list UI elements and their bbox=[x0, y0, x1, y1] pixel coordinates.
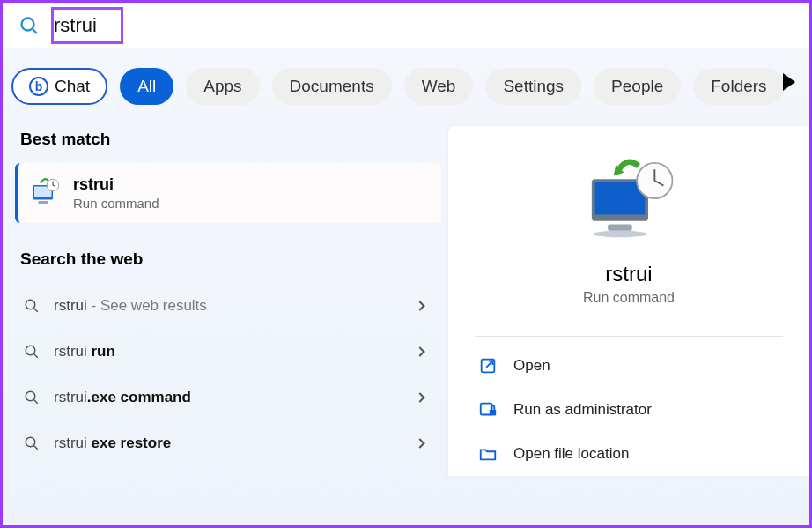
web-result-label: rstrui exe restore bbox=[54, 435, 171, 452]
open-icon bbox=[478, 356, 498, 376]
filter-web[interactable]: Web bbox=[404, 68, 474, 105]
action-label: Open bbox=[513, 357, 550, 375]
action-label: Run as administrator bbox=[513, 401, 652, 419]
search-input[interactable] bbox=[54, 14, 406, 37]
chevron-right-icon bbox=[415, 392, 424, 402]
web-result-label: rstrui - See web results bbox=[54, 297, 207, 315]
web-result-2[interactable]: rstrui.exe command bbox=[15, 375, 441, 420]
web-result-label: rstrui.exe command bbox=[54, 389, 191, 406]
filter-folders[interactable]: Folders bbox=[693, 68, 784, 105]
svg-line-14 bbox=[33, 445, 38, 450]
left-column: Best match rstrui Run command Search the… bbox=[3, 126, 441, 476]
svg-point-7 bbox=[26, 300, 35, 309]
best-match-text: rstrui Run command bbox=[73, 175, 159, 211]
divider bbox=[475, 336, 783, 337]
search-icon bbox=[24, 298, 40, 314]
svg-line-12 bbox=[33, 399, 38, 404]
action-open[interactable]: Open bbox=[475, 344, 783, 388]
web-result-label: rstrui run bbox=[54, 343, 115, 361]
chevron-right-icon bbox=[415, 438, 424, 448]
filter-row: Chat All Apps Documents Web Settings Peo… bbox=[3, 48, 809, 115]
svg-line-10 bbox=[33, 353, 38, 358]
svg-point-0 bbox=[22, 18, 34, 30]
web-result-3[interactable]: rstrui exe restore bbox=[15, 420, 441, 466]
search-icon bbox=[24, 390, 40, 405]
web-result-0[interactable]: rstrui - See web results bbox=[15, 283, 441, 329]
best-match-heading: Best match bbox=[20, 130, 441, 149]
chevron-right-icon bbox=[415, 301, 424, 310]
best-match-title: rstrui bbox=[73, 175, 159, 194]
svg-line-8 bbox=[33, 308, 38, 312]
admin-shield-icon bbox=[478, 400, 498, 420]
detail-subtitle: Run command bbox=[475, 290, 783, 306]
filter-documents[interactable]: Documents bbox=[272, 68, 392, 105]
best-match-result[interactable]: rstrui Run command bbox=[15, 163, 441, 223]
svg-point-11 bbox=[26, 391, 35, 401]
search-web-heading: Search the web bbox=[20, 249, 441, 269]
bing-icon bbox=[29, 77, 48, 96]
svg-point-18 bbox=[593, 231, 647, 237]
system-restore-icon-large bbox=[580, 156, 677, 244]
action-open-location[interactable]: Open file location bbox=[475, 432, 783, 476]
chevron-right-icon bbox=[415, 346, 424, 356]
scroll-right-icon[interactable] bbox=[783, 73, 795, 91]
folder-icon bbox=[478, 444, 498, 464]
filter-all[interactable]: All bbox=[120, 68, 173, 105]
svg-rect-4 bbox=[39, 201, 48, 204]
best-match-subtitle: Run command bbox=[73, 196, 159, 211]
search-bar bbox=[3, 3, 809, 48]
chat-label: Chat bbox=[55, 77, 90, 96]
search-web-section: Search the web rstrui - See web results … bbox=[15, 249, 441, 466]
action-label: Open file location bbox=[513, 445, 629, 463]
filter-settings[interactable]: Settings bbox=[485, 68, 581, 105]
detail-panel: rstrui Run command Open Run as administr… bbox=[448, 126, 809, 476]
content-area: Best match rstrui Run command Search the… bbox=[3, 115, 809, 476]
search-icon bbox=[24, 435, 40, 451]
svg-line-1 bbox=[33, 29, 37, 33]
action-run-admin[interactable]: Run as administrator bbox=[475, 388, 783, 432]
svg-point-9 bbox=[26, 346, 35, 355]
filter-apps[interactable]: Apps bbox=[186, 68, 259, 105]
search-icon bbox=[18, 15, 40, 36]
system-restore-icon bbox=[29, 177, 61, 209]
svg-rect-17 bbox=[608, 225, 632, 231]
filter-people[interactable]: People bbox=[594, 68, 681, 105]
web-result-1[interactable]: rstrui run bbox=[15, 329, 441, 375]
search-icon bbox=[24, 344, 40, 360]
svg-point-13 bbox=[26, 437, 35, 447]
detail-title: rstrui bbox=[475, 262, 783, 286]
chat-button[interactable]: Chat bbox=[11, 68, 107, 105]
